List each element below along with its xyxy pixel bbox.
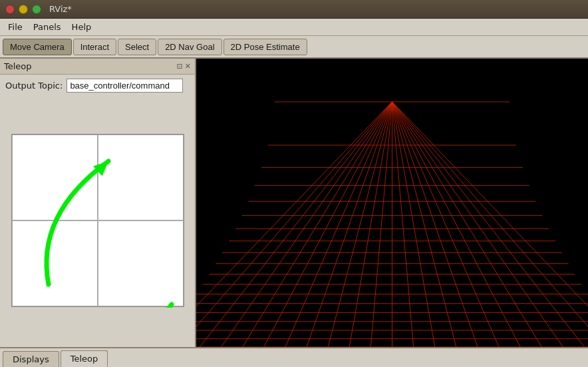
output-topic-row: Output Topic:: [0, 75, 195, 97]
pose-estimate-button[interactable]: 2D Pose Estimate: [223, 39, 307, 55]
bottom-tabs: Displays Teleop: [0, 347, 588, 367]
restore-icon[interactable]: ⊡: [177, 62, 183, 71]
teleop-cell-bottom-left[interactable]: [12, 220, 98, 306]
grid-canvas: [196, 59, 588, 347]
tab-displays[interactable]: Displays: [3, 351, 59, 367]
nav-goal-button[interactable]: 2D Nav Goal: [158, 39, 221, 55]
close-panel-icon[interactable]: ✕: [185, 62, 191, 71]
toolbar: Move Camera Interact Select 2D Nav Goal …: [0, 36, 588, 59]
maximize-button[interactable]: [32, 5, 41, 14]
menu-help[interactable]: Help: [67, 21, 97, 33]
select-button[interactable]: Select: [118, 39, 156, 55]
tab-teleop[interactable]: Teleop: [61, 350, 108, 367]
teleop-title: Teleop: [4, 61, 32, 71]
output-topic-label: Output Topic:: [5, 81, 63, 91]
left-panel: Teleop ⊡ ✕ Output Topic:: [0, 59, 196, 347]
close-button[interactable]: [5, 5, 15, 14]
interact-button[interactable]: Interact: [73, 39, 116, 55]
teleop-cell-top-right[interactable]: [98, 135, 184, 220]
menubar: File Panels Help: [0, 19, 588, 36]
main-area: Teleop ⊡ ✕ Output Topic:: [0, 59, 588, 347]
teleop-panel-header: Teleop ⊡ ✕: [0, 59, 195, 75]
window-title: RViz*: [49, 4, 72, 14]
menu-panels[interactable]: Panels: [28, 21, 67, 33]
teleop-grid[interactable]: [11, 134, 184, 307]
3d-viewport[interactable]: [196, 59, 588, 347]
teleop-cell-top-left[interactable]: [12, 135, 98, 220]
teleop-cell-bottom-right[interactable]: [98, 220, 184, 306]
output-topic-input[interactable]: [67, 79, 183, 93]
header-icons: ⊡ ✕: [177, 62, 191, 71]
menu-file[interactable]: File: [3, 21, 28, 33]
minimize-button[interactable]: [19, 5, 28, 14]
move-camera-button[interactable]: Move Camera: [3, 39, 72, 55]
titlebar: RViz*: [0, 0, 588, 19]
teleop-grid-container: [0, 97, 195, 347]
